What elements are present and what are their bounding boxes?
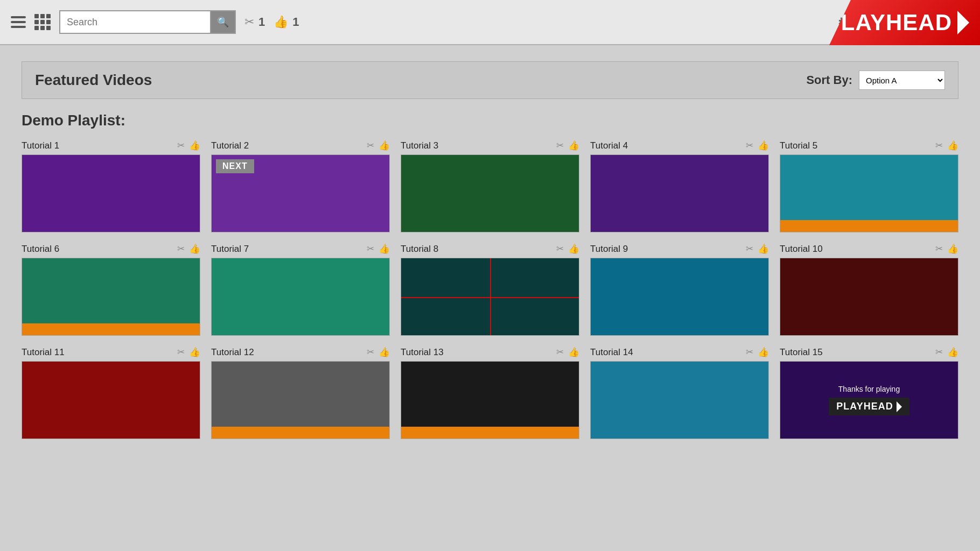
video-title-4: Tutorial 4	[590, 140, 628, 151]
playlist-label: Demo Playlist:	[22, 112, 958, 129]
video-thumb-12[interactable]	[211, 361, 390, 439]
video-thumb-3[interactable]	[401, 154, 579, 232]
video-header-6: Tutorial 6 ✂ 👍	[22, 243, 200, 255]
next-badge: NEXT	[216, 159, 254, 173]
video-thumb-9[interactable]	[590, 258, 769, 336]
sort-container: Sort By: Option A Option B Option C	[806, 70, 945, 90]
video-actions-11: ✂ 👍	[177, 347, 200, 358]
video-card-1[interactable]: Tutorial 1 ✂ 👍	[22, 140, 200, 232]
video-card-14[interactable]: Tutorial 14 ✂ 👍	[590, 347, 769, 439]
like-icon-6[interactable]: 👍	[189, 243, 200, 255]
video-actions-13: ✂ 👍	[556, 347, 579, 358]
like-icon-11[interactable]: 👍	[189, 347, 200, 358]
video-actions-15: ✂ 👍	[935, 347, 958, 358]
video-actions-9: ✂ 👍	[746, 243, 769, 255]
like-icon-2[interactable]: 👍	[379, 140, 390, 151]
remove-icon-12[interactable]: ✂	[367, 347, 374, 358]
thumb-badge[interactable]: 👍 1	[274, 15, 299, 29]
remove-icon-7[interactable]: ✂	[367, 243, 374, 255]
cross-badge[interactable]: ✂ 1	[244, 15, 265, 29]
video-actions-8: ✂ 👍	[556, 243, 579, 255]
remove-icon-14[interactable]: ✂	[746, 347, 753, 358]
remove-icon-5[interactable]: ✂	[935, 140, 943, 151]
like-icon-12[interactable]: 👍	[379, 347, 390, 358]
video-actions-12: ✂ 👍	[367, 347, 390, 358]
video-thumb-2[interactable]: NEXT	[211, 154, 390, 232]
video-header-7: Tutorial 7 ✂ 👍	[211, 243, 390, 255]
video-thumb-13[interactable]	[401, 361, 579, 439]
video-grid: Tutorial 1 ✂ 👍 Tutorial 2 ✂ 👍 NEXT Tutor…	[22, 140, 958, 439]
remove-icon-4[interactable]: ✂	[746, 140, 753, 151]
video-card-11[interactable]: Tutorial 11 ✂ 👍	[22, 347, 200, 439]
search-input[interactable]	[59, 10, 210, 34]
video-title-9: Tutorial 9	[590, 244, 628, 255]
video-thumb-15[interactable]: Thanks for playing PLAYHEAD	[780, 361, 958, 439]
video-card-5[interactable]: Tutorial 5 ✂ 👍	[780, 140, 958, 232]
video-thumb-5[interactable]	[780, 154, 958, 232]
hamburger-menu-button[interactable]	[11, 16, 26, 28]
like-icon-3[interactable]: 👍	[568, 140, 579, 151]
like-icon-15[interactable]: 👍	[947, 347, 958, 358]
video-card-7[interactable]: Tutorial 7 ✂ 👍	[211, 243, 390, 336]
video-card-8[interactable]: Tutorial 8 ✂ 👍	[401, 243, 579, 336]
video-title-14: Tutorial 14	[590, 347, 633, 358]
video-card-15[interactable]: Tutorial 15 ✂ 👍 Thanks for playing PLAYH…	[780, 347, 958, 439]
video-thumb-1[interactable]	[22, 154, 200, 232]
video-title-7: Tutorial 7	[211, 244, 249, 255]
video-actions-3: ✂ 👍	[556, 140, 579, 151]
video-card-12[interactable]: Tutorial 12 ✂ 👍	[211, 347, 390, 439]
video-thumb-7[interactable]	[211, 258, 390, 336]
remove-icon-11[interactable]: ✂	[177, 347, 185, 358]
remove-icon-2[interactable]: ✂	[367, 140, 374, 151]
remove-icon-8[interactable]: ✂	[556, 243, 564, 255]
main-content: Featured Videos Sort By: Option A Option…	[0, 45, 980, 455]
remove-icon-13[interactable]: ✂	[556, 347, 564, 358]
video-title-11: Tutorial 11	[22, 347, 65, 358]
remove-icon-1[interactable]: ✂	[177, 140, 185, 151]
grid-view-button[interactable]	[34, 14, 51, 30]
like-icon-10[interactable]: 👍	[947, 243, 958, 255]
video-title-5: Tutorial 5	[780, 140, 817, 151]
like-icon-7[interactable]: 👍	[379, 243, 390, 255]
remove-icon-6[interactable]: ✂	[177, 243, 185, 255]
video-actions-6: ✂ 👍	[177, 243, 200, 255]
video-title-2: Tutorial 2	[211, 140, 249, 151]
sort-select[interactable]: Option A Option B Option C	[859, 70, 945, 90]
video-actions-4: ✂ 👍	[746, 140, 769, 151]
featured-title: Featured Videos	[35, 72, 152, 89]
video-thumb-4[interactable]	[590, 154, 769, 232]
video-thumb-11[interactable]	[22, 361, 200, 439]
video-thumb-14[interactable]	[590, 361, 769, 439]
featured-banner: Featured Videos Sort By: Option A Option…	[22, 61, 958, 99]
video-title-1: Tutorial 1	[22, 140, 59, 151]
like-icon-9[interactable]: 👍	[758, 243, 769, 255]
like-icon-13[interactable]: 👍	[568, 347, 579, 358]
video-card-6[interactable]: Tutorial 6 ✂ 👍	[22, 243, 200, 336]
like-icon-8[interactable]: 👍	[568, 243, 579, 255]
video-card-3[interactable]: Tutorial 3 ✂ 👍	[401, 140, 579, 232]
like-icon-14[interactable]: 👍	[758, 347, 769, 358]
remove-icon-9[interactable]: ✂	[746, 243, 753, 255]
remove-icon-3[interactable]: ✂	[556, 140, 564, 151]
remove-icon-15[interactable]: ✂	[935, 347, 943, 358]
like-icon-1[interactable]: 👍	[189, 140, 200, 151]
video-title-12: Tutorial 12	[211, 347, 254, 358]
video-card-2[interactable]: Tutorial 2 ✂ 👍 NEXT	[211, 140, 390, 232]
video-thumb-6[interactable]	[22, 258, 200, 336]
thanks-text: Thanks for playing	[838, 385, 900, 393]
remove-icon-10[interactable]: ✂	[935, 243, 943, 255]
video-thumb-10[interactable]	[780, 258, 958, 336]
search-button[interactable]: 🔍	[210, 10, 236, 34]
like-icon-5[interactable]: 👍	[947, 140, 958, 151]
video-card-9[interactable]: Tutorial 9 ✂ 👍	[590, 243, 769, 336]
video-header-14: Tutorial 14 ✂ 👍	[590, 347, 769, 358]
video-thumb-8[interactable]	[401, 258, 579, 336]
cross-count: 1	[258, 15, 265, 29]
video-title-13: Tutorial 13	[401, 347, 444, 358]
video-card-4[interactable]: Tutorial 4 ✂ 👍	[590, 140, 769, 232]
video-actions-1: ✂ 👍	[177, 140, 200, 151]
video-card-13[interactable]: Tutorial 13 ✂ 👍	[401, 347, 579, 439]
like-icon-4[interactable]: 👍	[758, 140, 769, 151]
brand-banner: PLAYHEAD	[829, 0, 980, 45]
video-card-10[interactable]: Tutorial 10 ✂ 👍	[780, 243, 958, 336]
